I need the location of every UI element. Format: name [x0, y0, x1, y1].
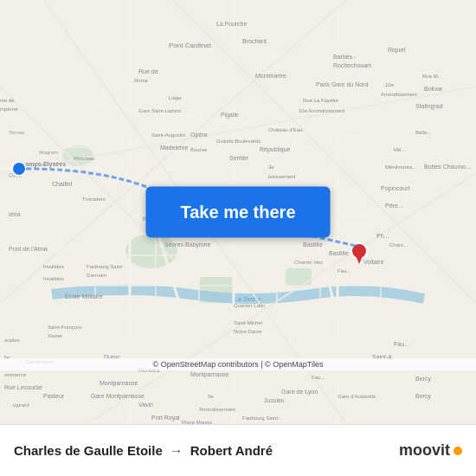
- svg-text:Germain: Germain: [87, 273, 106, 278]
- svg-text:Pont de l'Alma: Pont de l'Alma: [9, 246, 48, 252]
- svg-text:Grands Boulevards: Grands Boulevards: [216, 138, 261, 144]
- svg-text:Montparnasse: Montparnasse: [190, 371, 228, 378]
- svg-text:Popincourt: Popincourt: [381, 185, 410, 192]
- svg-text:Trocadero: Trocadero: [82, 196, 106, 202]
- svg-text:Ménilmonta...: Ménilmonta...: [385, 164, 416, 170]
- svg-text:ouplex: ouplex: [4, 338, 20, 343]
- map-copyright: © OpenStreetMap contributors | © OpenMap…: [0, 358, 476, 370]
- svg-text:Voltaire: Voltaire: [363, 259, 383, 265]
- svg-text:Jussieu: Jussieu: [264, 397, 285, 403]
- svg-text:Fau...: Fau...: [312, 375, 325, 380]
- svg-text:Ternes: Ternes: [9, 130, 24, 135]
- svg-text:Pont Cardinet: Pont Cardinet: [169, 42, 212, 49]
- svg-text:Bourse: Bourse: [190, 147, 208, 152]
- svg-text:ommerce: ommerce: [4, 372, 27, 377]
- svg-text:Pasteur: Pasteur: [43, 393, 65, 399]
- svg-text:mperret: mperret: [0, 106, 18, 112]
- map-container: La Seine: [0, 0, 476, 424]
- svg-text:Sèvres-Babylone: Sèvres-Babylone: [164, 241, 210, 248]
- svg-text:Vavin: Vavin: [138, 402, 153, 408]
- moovit-dot-icon: [453, 447, 462, 455]
- route-info: Charles de Gaulle Etoile → Robert André: [14, 443, 273, 459]
- svg-point-136: [12, 162, 26, 176]
- svg-text:Bercy: Bercy: [415, 393, 431, 400]
- svg-text:Charo...: Charo...: [389, 242, 408, 248]
- svg-text:Ph...: Ph...: [376, 233, 389, 239]
- svg-text:Xavier: Xavier: [48, 333, 62, 338]
- svg-rect-3: [286, 268, 312, 286]
- svg-text:Rue de: Rue de: [138, 68, 158, 74]
- svg-text:Gare Montparnasse: Gare Montparnasse: [91, 393, 145, 400]
- svg-text:3e: 3e: [268, 164, 274, 170]
- svg-text:Rome: Rome: [134, 78, 149, 83]
- svg-text:Sentier: Sentier: [229, 155, 249, 161]
- svg-text:Monceau: Monceau: [74, 156, 95, 161]
- svg-text:Paris Gare du Nord: Paris Gare du Nord: [316, 81, 368, 87]
- svg-text:nte de: nte de: [0, 98, 15, 103]
- svg-text:Madeleine: Madeleine: [160, 145, 188, 151]
- take-me-there-button[interactable]: Take me there: [145, 187, 330, 238]
- svg-text:École Militaire: École Militaire: [65, 293, 103, 299]
- svg-text:Bastille: Bastille: [303, 241, 323, 248]
- svg-text:Pigalle: Pigalle: [221, 112, 239, 119]
- svg-text:Riquet: Riquet: [388, 47, 405, 54]
- svg-text:Montmartre: Montmartre: [255, 73, 286, 79]
- svg-text:Bercy: Bercy: [415, 376, 431, 383]
- svg-text:Stalingrad: Stalingrad: [415, 103, 443, 110]
- svg-text:Rue Lecourbe: Rue Lecourbe: [4, 384, 42, 390]
- svg-text:Iéna: Iéna: [9, 211, 21, 217]
- svg-text:Saint-Michel: Saint-Michel: [234, 320, 262, 325]
- svg-text:Chaillot: Chaillot: [52, 181, 72, 187]
- svg-text:Wagram: Wagram: [39, 150, 58, 155]
- svg-text:Liège: Liège: [169, 95, 182, 100]
- svg-text:Chemin Vert: Chemin Vert: [294, 260, 323, 265]
- svg-text:ississement: ississement: [268, 174, 296, 179]
- svg-text:Fau...: Fau...: [394, 341, 409, 347]
- svg-text:Brochant: Brochant: [242, 38, 267, 44]
- svg-text:Saint-François-: Saint-François-: [48, 325, 83, 330]
- svg-text:Opéra: Opéra: [190, 132, 208, 138]
- svg-text:Saint-Augustin: Saint-Augustin: [151, 132, 185, 138]
- svg-text:Fau...: Fau...: [338, 268, 351, 273]
- svg-text:Notre-Dame: Notre-Dame: [234, 329, 262, 334]
- svg-text:Mé...: Mé...: [394, 147, 406, 152]
- footer: Charles de Gaulle Etoile → Robert André …: [0, 424, 476, 476]
- route-arrow: →: [170, 443, 183, 459]
- svg-text:Faubourg Saint-: Faubourg Saint-: [87, 264, 124, 269]
- svg-text:Bolivar: Bolivar: [424, 86, 443, 92]
- svg-text:Port Royal: Port Royal: [151, 415, 180, 421]
- svg-text:Arrondissement: Arrondissement: [199, 407, 235, 412]
- svg-text:Belle...: Belle...: [415, 130, 432, 135]
- svg-text:Rochechouart: Rochechouart: [333, 62, 371, 68]
- svg-text:Gare Saint-Lazare: Gare Saint-Lazare: [138, 108, 182, 113]
- svg-text:Rue M...: Rue M...: [422, 74, 442, 79]
- svg-text:10e Arrondissement: 10e Arrondissement: [299, 108, 345, 113]
- svg-text:Arrondissement: Arrondissement: [381, 92, 417, 97]
- svg-text:Château d'Eau: Château d'Eau: [268, 127, 303, 132]
- svg-text:Invalides: Invalides: [43, 264, 64, 269]
- svg-text:La Fourche: La Fourche: [216, 21, 248, 27]
- svg-text:5e: 5e: [208, 394, 214, 399]
- svg-text:Faubourg Saint-: Faubourg Saint-: [242, 415, 280, 421]
- destination-station: Robert André: [190, 443, 273, 458]
- svg-text:Buttes Chaumo...: Buttes Chaumo...: [424, 164, 471, 170]
- svg-text:Père...: Père...: [385, 203, 403, 209]
- moovit-text: moovit: [399, 441, 450, 460]
- svg-text:ugirard: ugirard: [13, 402, 29, 408]
- svg-text:10e: 10e: [385, 82, 395, 87]
- svg-text:Invalides: Invalides: [43, 276, 64, 281]
- svg-text:République: République: [260, 146, 291, 153]
- svg-text:Quartier Latin: Quartier Latin: [234, 303, 265, 308]
- svg-text:Barbès -: Barbès -: [333, 54, 357, 60]
- svg-text:Gare d'Austerlitz: Gare d'Austerlitz: [338, 394, 376, 399]
- svg-text:Bastille: Bastille: [329, 250, 349, 256]
- svg-text:Montparnasse: Montparnasse: [100, 380, 138, 387]
- moovit-logo: moovit: [399, 441, 462, 460]
- svg-text:Gare de Lyon: Gare de Lyon: [281, 389, 318, 396]
- svg-text:Rue La Fayette: Rue La Fayette: [303, 98, 339, 103]
- origin-station: Charles de Gaulle Etoile: [14, 443, 163, 458]
